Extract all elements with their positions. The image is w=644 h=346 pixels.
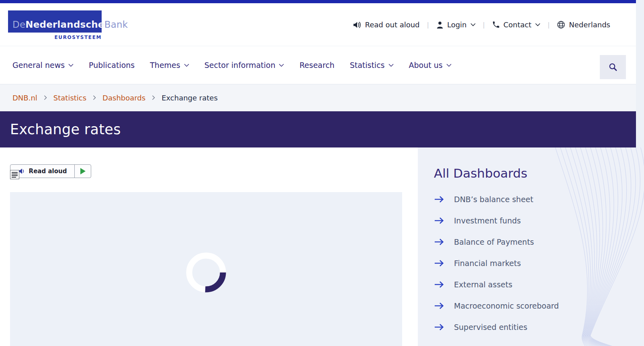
nav-label: About us: [409, 61, 443, 70]
arrow-right-icon: [434, 302, 454, 309]
sidebar-item-macroeconomic-scoreboard[interactable]: Macroeconomic scoreboard: [434, 295, 644, 316]
nav-item-general-news[interactable]: General news: [12, 61, 74, 70]
nav-label: General news: [12, 61, 65, 70]
nav-label: Research: [299, 61, 334, 70]
read-aloud-widget[interactable]: Read aloud: [10, 164, 91, 178]
logo-text-bank: Bank: [104, 19, 128, 30]
arrow-right-icon: [434, 238, 454, 246]
arrow-right-icon: [434, 260, 454, 267]
dnb-logo-box: DeNederlandscheBank: [8, 10, 102, 33]
chevron-down-icon: [388, 63, 394, 67]
page: DeNederlandscheBank EUROSYSTEEM Read out…: [0, 0, 636, 147]
chevron-down-icon: [446, 63, 452, 67]
breadcrumb-dashboards[interactable]: Dashboards: [102, 94, 145, 102]
sidebar-item-dnb-balance-sheet[interactable]: DNB’s balance sheet: [434, 188, 644, 210]
utility-separator: |: [548, 21, 550, 29]
user-icon: [436, 21, 444, 29]
arrow-right-icon: [434, 196, 454, 203]
sidebar-item-label: Balance of Payments: [454, 237, 534, 246]
read-out-aloud-label: Read out aloud: [365, 20, 420, 29]
nav-item-sector-information[interactable]: Sector information: [204, 61, 284, 70]
contact-button[interactable]: Contact: [492, 20, 540, 29]
nav-label: Themes: [150, 61, 180, 70]
dashboard-loading-panel: [10, 192, 402, 346]
breadcrumb-current-page: Exchange rates: [162, 94, 218, 102]
breadcrumb: DNB.nl Statistics Dashboards Exchange ra…: [0, 84, 636, 111]
top-accent-bar: [0, 0, 636, 3]
loading-spinner: [186, 252, 226, 293]
nav-label: Statistics: [350, 61, 385, 70]
breadcrumb-statistics[interactable]: Statistics: [53, 94, 86, 102]
chevron-right-icon: [93, 95, 96, 100]
dnb-logo[interactable]: DeNederlandscheBank EUROSYSTEEM: [8, 10, 102, 40]
search-button[interactable]: [600, 55, 626, 79]
utility-separator: |: [427, 21, 429, 29]
chevron-down-icon: [68, 63, 74, 67]
login-label: Login: [447, 20, 467, 29]
magnifier-icon: [609, 63, 617, 72]
utility-separator: |: [483, 21, 485, 29]
arrow-right-icon: [434, 323, 454, 331]
login-button[interactable]: Login: [436, 20, 476, 29]
main-column: Read aloud: [0, 147, 418, 346]
chevron-down-icon: [279, 63, 284, 67]
language-switch-button[interactable]: Nederlands: [557, 20, 610, 29]
logo-text-de: De: [12, 19, 25, 30]
nav-item-about-us[interactable]: About us: [409, 61, 452, 70]
utility-menu: Read out aloud | Login | Contact |: [353, 3, 610, 46]
globe-icon: [557, 20, 565, 29]
play-button[interactable]: [74, 165, 91, 178]
sidebar-item-balance-of-payments[interactable]: Balance of Payments: [434, 231, 644, 252]
phone-icon: [492, 21, 500, 29]
site-header: DeNederlandscheBank EUROSYSTEEM Read out…: [0, 3, 636, 46]
sidebar-item-label: Supervised entities: [454, 323, 527, 332]
nav-item-research[interactable]: Research: [299, 61, 334, 70]
arrow-right-icon: [434, 281, 454, 288]
sidebar-item-label: Financial markets: [454, 259, 521, 268]
dashboard-links: DNB’s balance sheet Investment funds Bal…: [434, 188, 644, 338]
page-title: Exchange rates: [10, 121, 121, 137]
chevron-right-icon: [44, 95, 47, 100]
sidebar-item-financial-markets[interactable]: Financial markets: [434, 252, 644, 274]
breadcrumb-dnb-nl[interactable]: DNB.nl: [12, 94, 37, 102]
sidebar-item-label: Investment funds: [454, 216, 521, 225]
nav-item-statistics[interactable]: Statistics: [350, 61, 394, 70]
nav-item-publications[interactable]: Publications: [89, 61, 135, 70]
speaker-icon: [353, 21, 362, 29]
read-aloud-button[interactable]: Read aloud: [10, 165, 74, 178]
nav-label: Sector information: [204, 61, 276, 70]
sidebar-item-label: External assets: [454, 280, 512, 289]
chevron-down-icon: [535, 23, 540, 27]
contact-label: Contact: [503, 20, 532, 29]
chevron-down-icon: [470, 23, 476, 27]
logo-eurosysteem-label: EUROSYSTEEM: [8, 35, 102, 40]
read-out-aloud-button[interactable]: Read out aloud: [353, 20, 420, 29]
content-area: Read aloud All Dashboards DNB’s balance …: [0, 147, 644, 346]
sidebar-item-external-assets[interactable]: External assets: [434, 274, 644, 295]
logo-text-nederlandsche: Nederlandsche: [25, 19, 104, 30]
sidebar-item-label: Macroeconomic scoreboard: [454, 301, 559, 310]
chevron-right-icon: [152, 95, 155, 100]
main-navigation: General news Publications Themes Sector …: [0, 46, 636, 84]
language-label: Nederlands: [569, 20, 610, 29]
sidebar-item-supervised-entities[interactable]: Supervised entities: [434, 316, 644, 338]
nav-item-themes[interactable]: Themes: [150, 61, 189, 70]
dashboards-sidebar: All Dashboards DNB’s balance sheet Inves…: [418, 147, 644, 346]
page-hero: Exchange rates: [0, 111, 636, 147]
read-aloud-label: Read aloud: [29, 168, 67, 175]
chevron-down-icon: [184, 63, 189, 67]
sidebar-item-label: DNB’s balance sheet: [454, 195, 533, 204]
arrow-right-icon: [434, 217, 454, 224]
play-icon: [80, 168, 86, 174]
text-lines-icon[interactable]: [10, 170, 19, 179]
nav-label: Publications: [89, 61, 135, 70]
sidebar-item-investment-funds[interactable]: Investment funds: [434, 210, 644, 231]
